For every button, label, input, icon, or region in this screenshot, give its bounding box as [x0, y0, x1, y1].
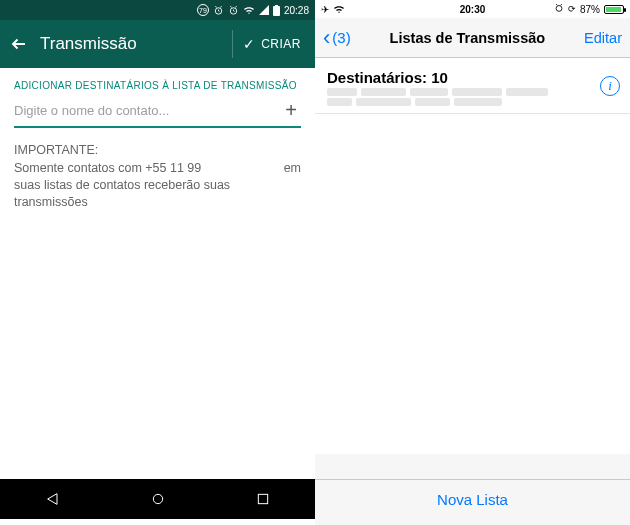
notice-line: Somente contatos com +55 11 99 em: [14, 160, 301, 177]
notification-badge-icon: 79: [197, 4, 209, 16]
ios-whatsapp-screen: ✈ 20:30 ⟳ 87% ‹ (3) Listas de Transmissã…: [315, 0, 630, 525]
wifi-icon: [333, 4, 345, 15]
edit-button[interactable]: Editar: [584, 30, 622, 46]
check-icon: ✓: [243, 36, 256, 52]
wifi-icon: [243, 5, 255, 15]
screen-title: Listas de Transmissão: [351, 30, 584, 46]
back-button[interactable]: [8, 35, 30, 53]
svg-rect-5: [258, 494, 267, 503]
create-button[interactable]: ✓ CRIAR: [237, 36, 307, 52]
status-time: 20:28: [284, 5, 309, 16]
section-label: ADICIONAR DESTINATÁRIOS À LISTA DE TRANS…: [14, 80, 301, 91]
back-count: (3): [332, 29, 350, 46]
android-body: ADICIONAR DESTINATÁRIOS À LISTA DE TRANS…: [0, 68, 315, 211]
rotation-lock-icon: ⟳: [568, 4, 576, 14]
notice-heading: IMPORTANTE:: [14, 142, 301, 159]
notice-line: suas listas de contatos receberão suas: [14, 177, 301, 194]
svg-point-6: [556, 6, 562, 12]
svg-point-4: [153, 494, 162, 503]
ios-content: Destinatários: 10 i: [315, 58, 630, 454]
svg-rect-2: [273, 6, 280, 16]
recipients-label: Destinatários: 10: [327, 69, 618, 86]
screen-title: Transmissão: [30, 34, 228, 54]
battery-icon: [273, 5, 280, 16]
svg-rect-3: [275, 5, 278, 7]
contact-input-row: +: [14, 99, 301, 128]
alarm-clock-icon: [228, 5, 239, 16]
notice-text: Somente contatos com +55 11 99: [14, 161, 201, 175]
battery-percent: 87%: [580, 4, 600, 15]
recipients-preview: [327, 98, 618, 106]
android-status-bar: 79 20:28: [0, 0, 315, 20]
battery-icon: [604, 5, 624, 14]
ios-status-bar: ✈ 20:30 ⟳ 87%: [315, 0, 630, 18]
add-contact-button[interactable]: +: [281, 99, 301, 122]
android-whatsapp-screen: 79 20:28 Transmissão ✓ CRIAR ADICIONAR D…: [0, 0, 315, 525]
recipients-preview: [327, 88, 618, 96]
create-label: CRIAR: [261, 37, 301, 51]
alarm-icon: [554, 3, 564, 15]
android-app-bar: Transmissão ✓ CRIAR: [0, 20, 315, 68]
notice-text: em: [284, 160, 301, 177]
status-time: 20:30: [422, 4, 523, 15]
nav-recents-button[interactable]: [243, 491, 283, 507]
important-notice: IMPORTANTE: Somente contatos com +55 11 …: [14, 142, 301, 211]
ios-nav-bar: ‹ (3) Listas de Transmissão Editar: [315, 18, 630, 58]
divider: [232, 30, 233, 58]
broadcast-list-row[interactable]: Destinatários: 10 i: [315, 58, 630, 114]
chevron-left-icon: ‹: [323, 27, 330, 49]
back-button[interactable]: ‹ (3): [323, 27, 351, 49]
nav-back-button[interactable]: [33, 491, 73, 507]
alarm-clock-icon: [213, 5, 224, 16]
airplane-mode-icon: ✈: [321, 4, 329, 15]
info-button[interactable]: i: [600, 76, 620, 96]
new-list-button[interactable]: Nova Lista: [437, 491, 508, 508]
nav-home-button[interactable]: [138, 491, 178, 507]
android-nav-bar: [0, 479, 315, 519]
contact-name-input[interactable]: [14, 103, 281, 118]
ios-bottom-toolbar: Nova Lista: [315, 479, 630, 519]
notice-line: transmissões: [14, 194, 301, 211]
signal-icon: [259, 5, 269, 15]
list-empty-area: [315, 114, 630, 454]
